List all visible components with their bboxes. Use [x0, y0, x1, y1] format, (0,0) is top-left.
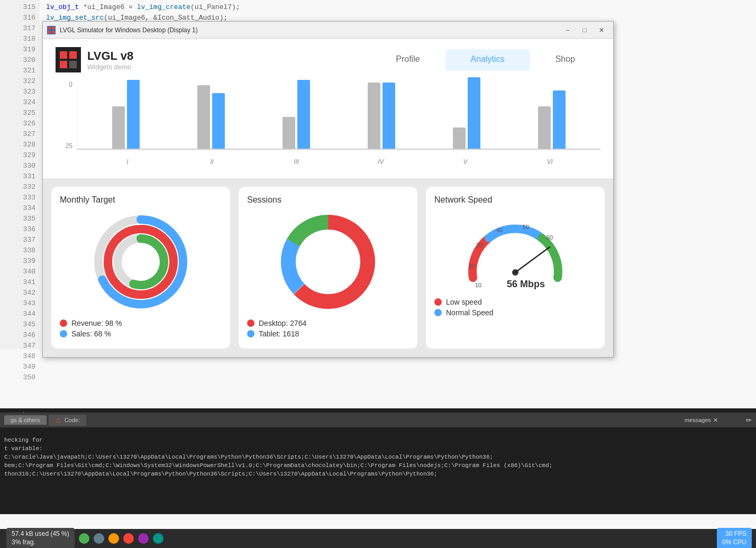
- legend-revenue: Revenue: 98 %: [60, 319, 222, 327]
- y-label-0: 0: [69, 81, 72, 88]
- tab-gs-label: gs & others: [11, 417, 40, 423]
- svg-rect-1: [52, 26, 55, 30]
- x-label-2: II: [170, 158, 254, 166]
- app-content: LVGL v8 Widgets demo Profile Analytics S…: [43, 39, 613, 357]
- tab-gs-others[interactable]: gs & others: [4, 415, 47, 425]
- status-dot-red: [123, 533, 134, 544]
- svg-text:20: 20: [469, 263, 475, 269]
- terminal-line-5: t variable:: [4, 444, 752, 453]
- svg-rect-7: [69, 61, 77, 68]
- status-bar: 57.4 kB used (45 %) 3% frag. 30 FPS 0% C…: [0, 529, 756, 548]
- bar-blue: [127, 80, 140, 149]
- legend-normal-speed: Normal Speed: [434, 308, 596, 317]
- tablet-dot: [247, 330, 254, 337]
- bar-gray: [112, 106, 125, 149]
- terminal-line-3: [4, 427, 752, 436]
- svg-line-25: [515, 247, 550, 272]
- status-dot-orange: [108, 533, 119, 544]
- x-label-6: VI: [507, 158, 592, 166]
- tab-strip-edit-icon[interactable]: ✏: [746, 416, 752, 424]
- bar-gray: [368, 83, 380, 149]
- normal-speed-dot: [434, 309, 442, 316]
- x-label-4: IV: [339, 158, 423, 166]
- status-dot-green: [79, 533, 89, 544]
- bar-blue: [468, 77, 480, 149]
- tab-profile[interactable]: Profile: [370, 49, 445, 71]
- panel-network-speed: Network Speed 10 20 30 40: [426, 187, 605, 349]
- close-button[interactable]: ✕: [594, 25, 609, 35]
- minimize-button[interactable]: –: [560, 25, 575, 35]
- status-dot-teal: [153, 533, 163, 544]
- bar-blue: [382, 83, 395, 149]
- legend-tablet: Tablet: 1618: [247, 330, 409, 338]
- svg-text:40: 40: [496, 227, 503, 233]
- network-speed-title: Network Speed: [434, 195, 596, 205]
- logo-icon: [56, 47, 81, 72]
- simulator-window: LVGL Simulator for Windows Desktop (Disp…: [42, 21, 614, 358]
- window-icon: [47, 26, 56, 34]
- sessions-svg: [275, 209, 381, 315]
- logo-text: LVGL v8 Widgets demo: [87, 49, 133, 71]
- bar-group-v: [426, 77, 507, 149]
- line-numbers: 315 316 317 318 319 320 321 322 323 324 …: [0, 0, 40, 349]
- y-axis: 25 0: [56, 81, 77, 150]
- maximize-button[interactable]: □: [577, 25, 592, 35]
- terminal-line-4: hecking for: [4, 436, 752, 444]
- code-icon: ⚠: [55, 416, 61, 424]
- monthly-target-chart: [60, 209, 222, 315]
- terminal-line-8: thon310;C:\Users\13270\AppData\Local\Pro…: [4, 470, 752, 478]
- status-dot-gray: [94, 533, 104, 544]
- bar-gray: [538, 106, 551, 149]
- nav-tabs: Profile Analytics Shop: [370, 49, 600, 71]
- gauge-container: 10 20 30 40 50 60 56 Mbps: [434, 209, 596, 294]
- bar-gray: [197, 85, 210, 149]
- bar-group-i: [86, 80, 167, 149]
- terminal-line-7: bem;C:\Program Files\Git\cmd;C:\Windows\…: [4, 461, 752, 470]
- tab-analytics[interactable]: Analytics: [445, 49, 530, 71]
- window-title: LVGL Simulator for Windows Desktop (Disp…: [60, 26, 556, 34]
- bar-group-ii: [171, 85, 252, 149]
- bar-blue: [212, 93, 225, 149]
- panel-monthly-target: Monthly Target: [51, 187, 230, 349]
- bar-group-iii: [256, 80, 337, 149]
- panel-sessions: Sessions De: [239, 187, 417, 349]
- svg-text:30: 30: [476, 242, 482, 248]
- status-dot-purple: [138, 533, 149, 544]
- monthly-target-title: Monthly Target: [60, 195, 222, 205]
- bar-group-iv: [341, 83, 422, 149]
- messages-tab[interactable]: messages ✕: [678, 417, 724, 424]
- svg-rect-3: [52, 31, 55, 34]
- y-label-25: 25: [66, 142, 72, 150]
- title-bar: LVGL Simulator for Windows Desktop (Disp…: [43, 22, 613, 39]
- gauge-svg: 10 20 30 40 50 60 56 Mbps: [457, 209, 573, 294]
- bar-blue: [297, 80, 310, 149]
- legend-sales: Sales: 68 %: [60, 330, 222, 338]
- window-controls[interactable]: – □ ✕: [560, 25, 609, 35]
- network-legend: Low speed Normal Speed: [434, 298, 596, 317]
- panels-row: Monthly Target: [43, 178, 613, 357]
- x-label-5: V: [423, 158, 508, 166]
- svg-text:10: 10: [475, 282, 481, 288]
- messages-label: messages: [685, 417, 711, 423]
- bar-gray: [283, 117, 295, 149]
- bar-blue: [553, 90, 566, 149]
- x-labels: I II III IV V VI: [77, 158, 600, 166]
- logo-title: LVGL v8: [87, 49, 133, 63]
- svg-text:60: 60: [546, 234, 553, 241]
- svg-text:56  Mbps: 56 Mbps: [507, 279, 545, 289]
- svg-rect-0: [48, 26, 51, 30]
- status-memory: 57.4 kB used (45 %) 3% frag.: [6, 528, 75, 548]
- svg-rect-5: [69, 51, 77, 59]
- tab-code[interactable]: ⚠ Code:: [49, 415, 86, 426]
- monthly-target-svg: [88, 209, 194, 315]
- bar-chart: 25 0 I II III IV V VI: [56, 81, 600, 166]
- svg-rect-4: [60, 51, 67, 59]
- sessions-legend: Desktop: 2764 Tablet: 1618: [247, 319, 409, 338]
- tab-strip: gs & others ⚠ Code: messages ✕ ✏: [0, 413, 756, 427]
- logo-area: LVGL v8 Widgets demo: [56, 47, 370, 72]
- messages-close-icon[interactable]: ✕: [713, 417, 718, 424]
- legend-low-speed: Low speed: [434, 298, 596, 306]
- tab-shop[interactable]: Shop: [530, 49, 600, 71]
- sessions-chart: [247, 209, 409, 315]
- sessions-title: Sessions: [247, 195, 409, 205]
